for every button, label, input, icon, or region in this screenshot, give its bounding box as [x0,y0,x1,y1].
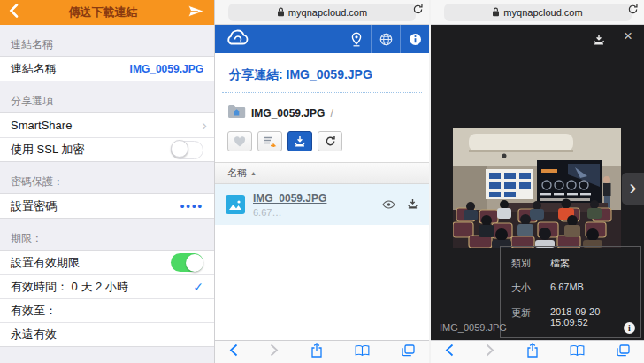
file-info: IMG_0059.JPG 6.67… [253,192,374,218]
viewer-info-icon[interactable]: i [624,322,635,334]
metadata-value: 6.67MB [550,282,584,295]
bookmarks-icon[interactable] [570,344,585,360]
file-list-content: 分享連結: IMG_0059.JPG IMG_0059.JPG / [215,53,429,340]
section-share-options: 分享選項 [0,81,214,112]
back-nav-icon[interactable] [445,344,454,360]
image-file-icon [226,195,245,214]
viewer-download-icon[interactable] [593,33,605,49]
metadata-row-size: 大小 6.67MB [511,282,630,295]
back-icon[interactable] [9,4,19,21]
app-header: 傳送下載連結 [0,0,214,25]
forward-nav-icon[interactable] [270,344,279,360]
reload-icon[interactable] [627,3,639,19]
share-icon[interactable] [310,343,323,361]
url-text: myqnapcloud.com [503,7,582,18]
ssl-toggle[interactable] [171,141,203,159]
viewer-filename: IMG_0059.JPG [440,322,507,333]
favorite-button[interactable] [227,131,252,151]
row-actions [382,197,418,212]
browser-photo-viewer-panel: myqnapcloud.com × [429,0,644,363]
table-header-name[interactable]: 名稱 ▲ [215,162,429,184]
link-name-value: IMG_0059.JPG [130,63,203,75]
back-nav-icon[interactable] [229,344,238,360]
photo-preview [453,128,621,248]
sort-asc-icon: ▲ [250,170,257,176]
row-forever[interactable]: 永遠有效 [0,322,214,346]
heading-divider [222,92,422,93]
send-icon[interactable] [188,4,205,21]
row-smartshare[interactable]: SmartShare › [0,113,214,137]
safari-toolbar [431,340,644,363]
section-link-name: 連結名稱 [0,25,214,56]
next-photo-button[interactable]: › [622,173,644,205]
details-view-button[interactable] [257,131,282,151]
group-link-name: 連結名稱 IMG_0059.JPG [0,56,214,81]
metadata-row-updated: 更新 2018-09-20 15:09:52 [511,306,630,328]
row-download-icon[interactable] [407,197,418,212]
row-label: 永遠有效 [11,327,57,343]
metadata-label: 類別 [511,257,550,270]
row-set-expiry: 設置有效期限 [0,251,214,274]
bookmarks-icon[interactable] [355,344,370,360]
row-set-password[interactable]: 設置密碼 •••• [0,194,214,218]
metadata-value: 檔案 [550,257,570,270]
row-ssl: 使用 SSL 加密 [0,137,214,161]
url-field[interactable]: myqnapcloud.com [228,4,416,21]
qnap-header [215,25,429,53]
forward-nav-icon[interactable] [486,344,494,360]
globe-icon[interactable] [372,25,400,53]
file-name-link[interactable]: IMG_0059.JPG [253,192,374,205]
row-valid-until[interactable]: 有效至： [0,298,214,322]
row-label: 設置密碼 [11,198,57,214]
metadata-label: 更新 [511,306,550,328]
qnap-cloud-logo [224,29,250,50]
share-icon[interactable] [526,343,539,361]
screenshot-root: 傳送下載連結 連結名稱 連結名稱 IMG_0059.JPG 分享選項 Smart… [0,0,644,363]
group-expiry: 設置有效期限 有效時間： 0 天 2 小時 ✓ 有效至： 永遠有效 [0,250,214,347]
location-pin-icon[interactable] [342,25,371,53]
safari-toolbar [215,340,429,363]
metadata-box: 類別 檔案 大小 6.67MB 更新 2018-09-20 15:09:52 [500,246,641,338]
row-label: 有效至： [11,303,57,319]
metadata-value: 2018-09-20 15:09:52 [550,306,630,328]
group-share-options: SmartShare › 使用 SSL 加密 [0,112,214,162]
row-label: 設置有效期限 [11,255,80,271]
download-button[interactable] [288,131,312,151]
tabs-icon[interactable] [402,344,415,360]
check-icon: ✓ [193,280,203,294]
row-label: 連結名稱 [11,61,57,77]
reload-icon[interactable] [412,3,424,19]
file-toolbar [227,131,429,151]
lock-icon [277,4,285,20]
lock-icon [492,4,500,20]
tabs-icon[interactable] [617,344,630,360]
preview-eye-icon[interactable] [382,197,395,212]
address-bar: myqnapcloud.com [215,0,429,25]
section-expiry: 期限： [0,219,214,250]
metadata-row-type: 類別 檔案 [511,257,630,270]
breadcrumb: IMG_0059.JPG / [227,104,429,122]
home-folder-icon[interactable] [227,104,246,122]
close-icon[interactable]: × [624,27,632,45]
expiry-toggle[interactable] [171,253,203,272]
row-valid-time[interactable]: 有效時間： 0 天 2 小時 ✓ [0,274,214,298]
url-field[interactable]: myqnapcloud.com [444,4,632,21]
info-icon[interactable] [401,25,429,53]
breadcrumb-separator: / [330,107,333,120]
chevron-right-icon: › [202,118,207,133]
send-link-panel: 傳送下載連結 連結名稱 連結名稱 IMG_0059.JPG 分享選項 Smart… [0,0,214,363]
metadata-label: 大小 [511,282,550,295]
browser-file-list-panel: myqnapcloud.com 分享連結: IMG_005 [214,0,429,363]
column-label: 名稱 [227,166,247,180]
row-link-name[interactable]: 連結名稱 IMG_0059.JPG [0,57,214,81]
refresh-button[interactable] [318,131,342,151]
share-link-heading: 分享連結: IMG_0059.JPG [229,67,429,83]
photo-viewer: × [431,25,644,340]
group-password: 設置密碼 •••• [0,193,214,219]
address-bar: myqnapcloud.com [431,0,644,25]
row-label: SmartShare [11,119,72,132]
section-password: 密碼保護： [0,162,214,193]
breadcrumb-name[interactable]: IMG_0059.JPG [251,107,325,120]
file-row[interactable]: IMG_0059.JPG 6.67… [215,184,429,225]
row-label: 使用 SSL 加密 [11,142,84,158]
